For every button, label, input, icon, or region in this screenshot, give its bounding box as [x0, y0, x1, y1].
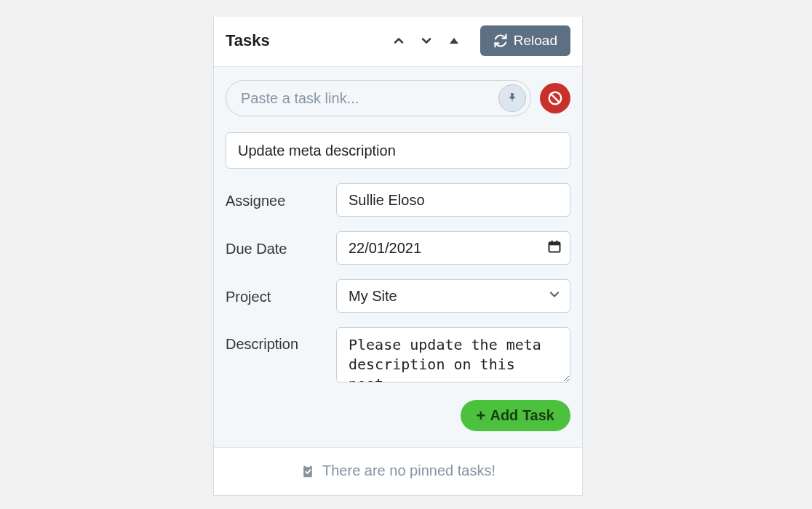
link-row	[226, 80, 570, 116]
header-controls: Reload	[390, 25, 570, 56]
description-control	[336, 327, 570, 385]
task-title-input[interactable]	[226, 132, 570, 169]
panel-footer: There are no pinned tasks!	[214, 447, 582, 495]
caret-up-icon	[448, 35, 460, 47]
project-control	[336, 279, 570, 313]
due-date-row: Due Date	[226, 231, 570, 265]
task-link-pill	[226, 80, 531, 116]
pin-icon	[506, 92, 519, 105]
collapse-button[interactable]	[445, 32, 463, 49]
assignee-label: Assignee	[226, 191, 327, 209]
next-button[interactable]	[418, 32, 435, 49]
assignee-control	[336, 183, 570, 217]
reload-label: Reload	[514, 33, 557, 49]
svg-rect-8	[306, 464, 311, 466]
due-date-label: Due Date	[226, 239, 327, 257]
assignee-input[interactable]	[336, 183, 570, 217]
tasks-panel: Tasks Reload	[213, 17, 583, 496]
pin-button[interactable]	[498, 84, 526, 112]
clipboard-check-icon	[300, 464, 315, 478]
cancel-button[interactable]	[540, 83, 570, 113]
project-select[interactable]	[336, 279, 570, 313]
reload-icon	[493, 33, 508, 48]
description-label: Description	[226, 327, 327, 353]
description-row: Description	[226, 327, 570, 385]
reload-button[interactable]: Reload	[480, 25, 570, 56]
assignee-row: Assignee	[226, 183, 570, 217]
chevron-up-icon	[391, 33, 406, 48]
svg-line-2	[551, 94, 560, 103]
due-date-input[interactable]	[336, 231, 570, 265]
task-link-input[interactable]	[241, 90, 498, 107]
project-label: Project	[226, 287, 327, 305]
svg-marker-0	[450, 38, 458, 44]
empty-pinned-text: There are no pinned tasks!	[322, 462, 495, 479]
action-row: + Add Task	[226, 400, 570, 431]
due-date-control	[336, 231, 570, 265]
prohibited-icon	[547, 90, 563, 106]
chevron-down-icon	[419, 33, 434, 48]
panel-title: Tasks	[226, 31, 270, 50]
add-task-button[interactable]: + Add Task	[461, 400, 570, 431]
svg-rect-7	[303, 465, 312, 477]
add-task-label: Add Task	[490, 407, 554, 424]
project-row: Project	[226, 279, 570, 313]
plus-icon: +	[477, 408, 486, 424]
prev-button[interactable]	[390, 32, 407, 49]
description-textarea[interactable]	[336, 327, 570, 382]
panel-body: Assignee Due Date	[214, 67, 582, 447]
panel-header: Tasks Reload	[214, 17, 582, 67]
